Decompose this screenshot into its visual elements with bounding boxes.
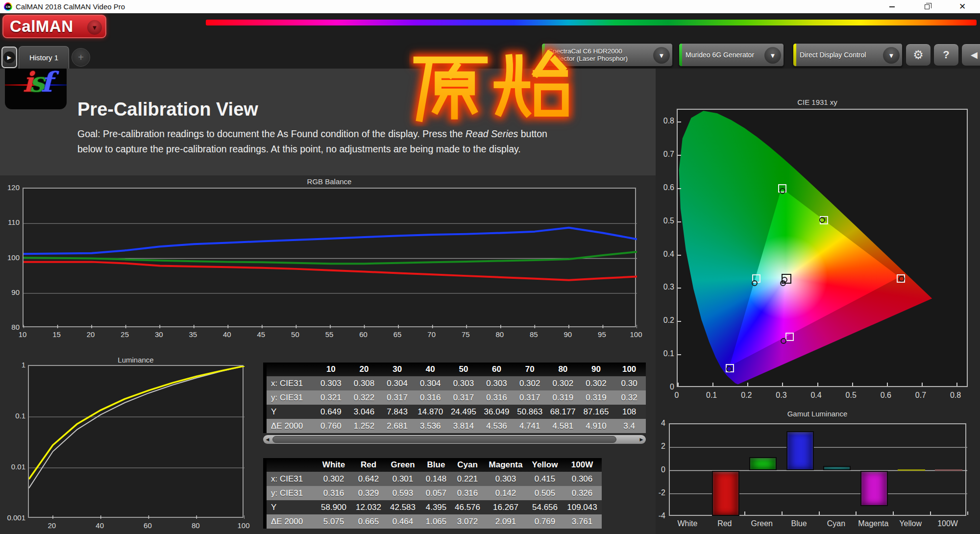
table-cell: 4.536 bbox=[480, 419, 514, 433]
grayscale-table-scrollbar[interactable]: ◀ ▶ bbox=[263, 435, 646, 444]
table-cell: 50.863 bbox=[513, 405, 546, 419]
table-cell: 42.583 bbox=[384, 500, 421, 514]
display-status-accent bbox=[793, 44, 796, 66]
gamut-x-tick-label: 100W bbox=[928, 519, 967, 528]
cie-measured-cyan bbox=[752, 280, 758, 286]
rgb-y-tick-label: 120 bbox=[1, 183, 20, 192]
source-dropdown[interactable]: Murideo 6G Generator ▼ bbox=[679, 43, 784, 67]
display-control-dropdown[interactable]: Direct Display Control ▼ bbox=[793, 43, 903, 67]
tab-history-1[interactable]: History 1 bbox=[19, 46, 69, 69]
table-cell: 5.075 bbox=[315, 514, 353, 529]
rgb-series-green bbox=[24, 252, 637, 264]
table-cell: 2.091 bbox=[484, 514, 527, 529]
table-row: y: CIE310.3210.3220.3170.3160.3170.3160.… bbox=[263, 390, 646, 405]
scroll-right-icon[interactable]: ▶ bbox=[637, 435, 646, 444]
source-status-accent bbox=[679, 44, 682, 66]
maximize-button[interactable] bbox=[909, 0, 945, 13]
table-cell: 3.536 bbox=[414, 419, 447, 433]
cie-y-tick-label: 0.5 bbox=[656, 217, 674, 225]
table-column-header: Magenta bbox=[484, 458, 527, 472]
goal-line2: below to capture the pre-calibration rea… bbox=[77, 142, 661, 157]
table-cell: 3.761 bbox=[563, 514, 602, 529]
rgb-x-tick-label: 70 bbox=[422, 330, 441, 339]
cie-y-tick-label: 0.2 bbox=[656, 316, 674, 325]
table-cell: 0.221 bbox=[451, 472, 484, 486]
gamut-luminance-chart bbox=[669, 423, 966, 516]
table-column-header: 80 bbox=[546, 363, 580, 376]
rainbow-spectrum-bar bbox=[206, 20, 977, 25]
table-cell: 0.319 bbox=[580, 390, 613, 405]
table-cell: 0.760 bbox=[315, 419, 348, 433]
table-cell: 0.302 bbox=[315, 472, 353, 486]
add-tab-button[interactable]: + bbox=[72, 48, 90, 67]
gamut-bar-yellow bbox=[898, 469, 925, 471]
cie-x-tickmark bbox=[852, 383, 853, 386]
table-cell: 0.464 bbox=[384, 514, 421, 529]
rgb-x-tick-label: 95 bbox=[592, 330, 612, 339]
tab-label: History 1 bbox=[29, 53, 58, 62]
source-label: Murideo 6G Generator bbox=[686, 51, 763, 59]
rgb-x-tick-label: 75 bbox=[456, 330, 475, 339]
close-button[interactable]: ✕ bbox=[945, 0, 980, 13]
table-column-header: Yellow bbox=[527, 458, 563, 472]
cie-x-tick-label: 0.8 bbox=[946, 391, 965, 400]
title-bar: CM CalMAN 2018 CalMAN Video Pro ✕ bbox=[0, 0, 980, 13]
table-column-header: White bbox=[315, 458, 353, 472]
cie-x-tick-label: 0.6 bbox=[876, 391, 896, 400]
table-cell: 0.302 bbox=[546, 376, 580, 390]
rgb-x-tick-label: 65 bbox=[388, 330, 407, 339]
rgb-series-blue bbox=[24, 228, 637, 254]
gamut-bar-green bbox=[749, 457, 777, 470]
cie-y-tick-label: 0.7 bbox=[656, 150, 674, 159]
table-column-header: 100W bbox=[563, 458, 602, 472]
rgb-x-tick-label: 15 bbox=[47, 330, 67, 339]
cie-y-tick-label: 0.6 bbox=[656, 183, 674, 192]
collapse-panel-button[interactable]: ◀ bbox=[961, 44, 980, 66]
table-row: Y58.90012.03242.5834.39546.57616.26754.6… bbox=[263, 500, 602, 514]
table-row: ΔE 20000.7601.2522.6813.5363.8144.5364.7… bbox=[263, 419, 646, 433]
help-button[interactable]: ? bbox=[933, 44, 959, 66]
table-row-label: y: CIE31 bbox=[267, 486, 315, 500]
calman-menu-button[interactable]: CalMAN ▼ bbox=[2, 15, 106, 38]
table-cell: 0.303 bbox=[315, 376, 348, 390]
gamut-bar-100w bbox=[935, 469, 962, 471]
settings-button[interactable]: ⚙ bbox=[906, 44, 931, 66]
table-cell: 2.681 bbox=[381, 419, 414, 433]
table-cell: 0.306 bbox=[563, 472, 602, 486]
table-cell: 68.177 bbox=[546, 405, 580, 419]
table-column-header: Green bbox=[384, 458, 421, 472]
grayscale-table: 102030405060708090100x: CIE310.3030.3080… bbox=[263, 363, 646, 433]
minimize-button[interactable] bbox=[874, 0, 909, 13]
table-cell: 0.304 bbox=[381, 376, 414, 390]
cie-y-tickmark bbox=[678, 354, 681, 355]
cie-y-tick-label: 0.4 bbox=[656, 250, 674, 259]
cie-y-tick-label: 0.1 bbox=[656, 349, 674, 358]
gamut-y-tick-label: 0 bbox=[652, 465, 665, 474]
table-column-header: Blue bbox=[421, 458, 451, 472]
cie-measured-100w bbox=[782, 277, 787, 283]
table-row-label: x: CIE31 bbox=[267, 376, 315, 390]
table-cell: 0.317 bbox=[381, 390, 414, 405]
scroll-left-icon[interactable]: ◀ bbox=[263, 435, 272, 444]
table-column-header: 30 bbox=[381, 363, 414, 376]
workflow-nav-button[interactable]: ▶ bbox=[1, 47, 17, 68]
table-cell: 0.769 bbox=[527, 514, 563, 529]
table-cell: 108 bbox=[612, 405, 646, 419]
table-cell: 0.301 bbox=[384, 472, 421, 486]
gamut-x-tickmark bbox=[819, 511, 820, 515]
cie-1931-chart bbox=[677, 109, 968, 387]
gear-icon: ⚙ bbox=[913, 48, 924, 62]
table-column-header: 100 bbox=[612, 363, 646, 376]
table-cell: 36.049 bbox=[480, 405, 514, 419]
chevron-left-icon: ◀ bbox=[971, 49, 978, 60]
table-cell: 0.329 bbox=[353, 486, 384, 500]
table-column-header: 50 bbox=[447, 363, 480, 376]
scrollbar-thumb[interactable] bbox=[272, 436, 616, 443]
rgb-x-tick-label: 90 bbox=[558, 330, 578, 339]
gamut-x-tickmark bbox=[967, 511, 968, 515]
gamut-x-tickmark bbox=[893, 511, 894, 515]
table-cell: 0.316 bbox=[451, 486, 484, 500]
table-corner-cell bbox=[267, 458, 315, 472]
cie-x-tick-label: 0 bbox=[667, 391, 686, 400]
table-cell: 0.322 bbox=[347, 390, 381, 405]
